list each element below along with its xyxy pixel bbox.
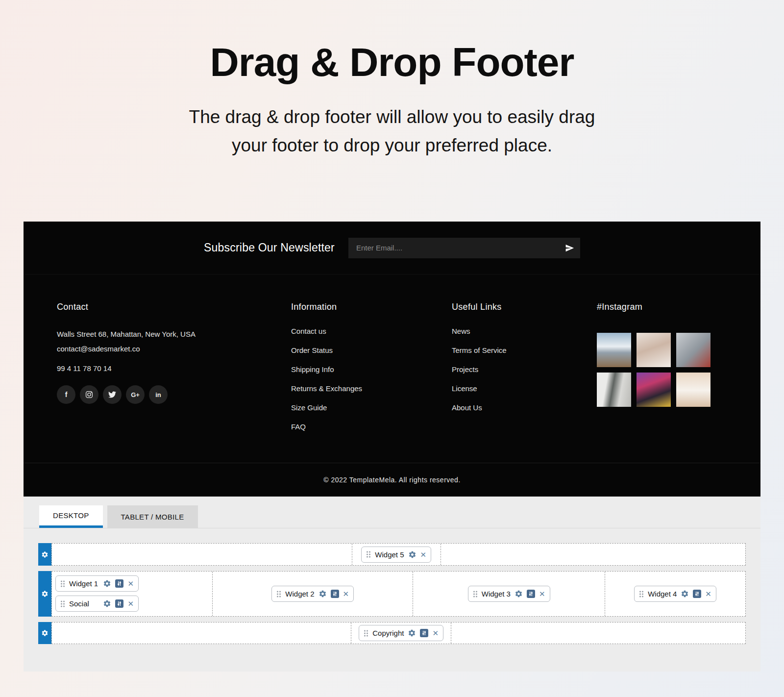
instagram-photo-girl-optician-frames[interactable] — [637, 333, 671, 367]
page-title: Drag & Drop Footer — [0, 0, 784, 85]
row-2-col-1: Widget 1 ✕ Social ✕ — [52, 572, 213, 616]
newsletter-label: Subscribe Our Newsletter — [204, 241, 335, 254]
widget-chip-widget5[interactable]: Widget 5 ✕ — [361, 547, 431, 563]
footer-link[interactable]: Size Guide — [291, 403, 452, 412]
widget-label: Widget 4 — [648, 590, 677, 598]
widget-chip-widget2[interactable]: Widget 2 ✕ — [271, 586, 354, 602]
drag-handle-icon[interactable] — [473, 590, 478, 598]
tab-label: TABLET / MOBILE — [121, 513, 184, 521]
widget-remove-icon[interactable]: ✕ — [127, 600, 134, 607]
widget-settings-icon[interactable] — [103, 579, 111, 588]
widget-chip-widget3[interactable]: Widget 3 ✕ — [468, 586, 550, 602]
row-1-col-2: Widget 5 ✕ — [352, 544, 441, 565]
facebook-icon[interactable]: f — [57, 385, 75, 404]
widget-remove-icon[interactable]: ✕ — [705, 590, 711, 597]
widget-width-icon[interactable] — [115, 579, 123, 588]
widget-settings-icon[interactable] — [681, 590, 689, 598]
copyright-text: © 2022 TemplateMela. All rights reserved… — [323, 476, 461, 484]
hero-section: Drag & Drop Footer The drag & drop foote… — [0, 0, 784, 222]
widget-remove-icon[interactable]: ✕ — [420, 551, 427, 558]
gear-icon — [41, 629, 49, 637]
footer-link[interactable]: Terms of Service — [452, 346, 597, 354]
widget-width-icon[interactable] — [527, 590, 535, 598]
google-plus-icon[interactable]: G+ — [126, 385, 145, 404]
email-input[interactable] — [348, 238, 580, 258]
row-1-columns: Widget 5 ✕ — [51, 543, 746, 566]
instagram-photo-wedding-couple[interactable] — [676, 373, 710, 407]
twitter-icon[interactable] — [103, 385, 122, 404]
social-links: f G+ in — [57, 385, 291, 404]
widget-width-icon[interactable] — [420, 629, 428, 637]
footer-columns: Contact Walls Street 68, Mahattan, New Y… — [24, 274, 760, 463]
row-2-col-3: Widget 3 ✕ — [413, 572, 605, 616]
builder-rows: Widget 5 ✕ Widget 1 — [38, 543, 746, 644]
widget-width-icon[interactable] — [115, 599, 123, 608]
row-1-settings-button[interactable] — [38, 543, 51, 566]
send-icon — [565, 243, 574, 252]
drag-handle-icon[interactable] — [60, 600, 65, 608]
drag-handle-icon[interactable] — [60, 580, 65, 588]
row-3-col-3 — [451, 622, 745, 644]
widget-label: Widget 1 — [69, 579, 99, 588]
widget-width-icon[interactable] — [331, 590, 339, 598]
widget-chip-widget1[interactable]: Widget 1 ✕ — [55, 575, 139, 592]
footer-column-instagram: #Instagram — [597, 302, 727, 443]
gear-icon — [41, 590, 49, 597]
widget-settings-icon[interactable] — [408, 629, 416, 637]
drag-handle-icon[interactable] — [639, 590, 644, 598]
instagram-photo-firefighter-neon[interactable] — [637, 373, 671, 407]
newsletter-submit-button[interactable] — [565, 243, 574, 252]
tab-tablet-mobile[interactable]: TABLET / MOBILE — [107, 505, 198, 528]
widget-settings-icon[interactable] — [514, 590, 523, 598]
footer-link[interactable]: FAQ — [291, 423, 452, 431]
contact-email[interactable]: contact@sadesmarket.co — [57, 342, 291, 356]
newsletter-form — [348, 238, 580, 258]
widget-label: Widget 2 — [285, 590, 314, 598]
row-2-col-2: Widget 2 ✕ — [213, 572, 413, 616]
builder-row-2: Widget 1 ✕ Social ✕ — [38, 571, 746, 617]
widget-remove-icon[interactable]: ✕ — [127, 580, 134, 587]
row-1-col-3 — [441, 544, 745, 565]
row-3-settings-button[interactable] — [38, 622, 51, 644]
copyright-bar: © 2022 TemplateMela. All rights reserved… — [24, 463, 760, 497]
instagram-photo-car-mechanic[interactable] — [676, 333, 710, 367]
footer-link[interactable]: Returns & Exchanges — [291, 384, 452, 393]
instagram-photo-bedroom-interior[interactable] — [597, 373, 631, 407]
widget-settings-icon[interactable] — [318, 590, 327, 598]
widget-remove-icon[interactable]: ✕ — [432, 629, 439, 637]
footer-link[interactable]: Shipping Info — [291, 365, 452, 373]
instagram-heading: #Instagram — [597, 302, 727, 312]
widget-chip-social[interactable]: Social ✕ — [55, 596, 139, 612]
linkedin-icon[interactable]: in — [149, 385, 168, 404]
footer-link[interactable]: About Us — [452, 403, 597, 412]
widget-settings-icon[interactable] — [103, 599, 111, 608]
footer-column-useful-links: Useful Links News Terms of Service Proje… — [452, 302, 597, 443]
widget-remove-icon[interactable]: ✕ — [539, 590, 545, 597]
footer-link[interactable]: Contact us — [291, 327, 452, 335]
tab-desktop[interactable]: DESKTOP — [39, 505, 103, 528]
row-3-columns: Copyright ✕ — [51, 622, 746, 644]
instagram-icon[interactable] — [80, 385, 98, 404]
footer-column-contact: Contact Walls Street 68, Mahattan, New Y… — [57, 302, 291, 443]
widget-remove-icon[interactable]: ✕ — [343, 590, 349, 597]
widget-label: Widget 3 — [482, 590, 511, 598]
row-3-col-1 — [52, 622, 351, 644]
footer-link[interactable]: License — [452, 384, 597, 393]
widget-settings-icon[interactable] — [408, 550, 416, 559]
builder-tab-bar: DESKTOP TABLET / MOBILE — [24, 497, 760, 528]
instagram-photo-mountain-biker[interactable] — [597, 333, 631, 367]
widget-chip-copyright[interactable]: Copyright ✕ — [359, 625, 443, 641]
footer-link[interactable]: News — [452, 327, 597, 335]
contact-phone[interactable]: 99 4 11 78 70 14 — [57, 364, 291, 373]
footer-link[interactable]: Order Status — [291, 346, 452, 354]
drag-handle-icon[interactable] — [276, 590, 281, 598]
widget-label: Copyright — [372, 629, 404, 637]
footer-column-information: Information Contact us Order Status Ship… — [291, 302, 452, 443]
row-2-settings-button[interactable] — [38, 571, 51, 617]
drag-handle-icon[interactable] — [366, 550, 371, 558]
widget-width-icon[interactable] — [693, 590, 701, 598]
widget-chip-widget4[interactable]: Widget 4 ✕ — [634, 586, 716, 602]
instagram-grid — [597, 333, 727, 407]
footer-link[interactable]: Projects — [452, 365, 597, 373]
drag-handle-icon[interactable] — [364, 629, 368, 637]
